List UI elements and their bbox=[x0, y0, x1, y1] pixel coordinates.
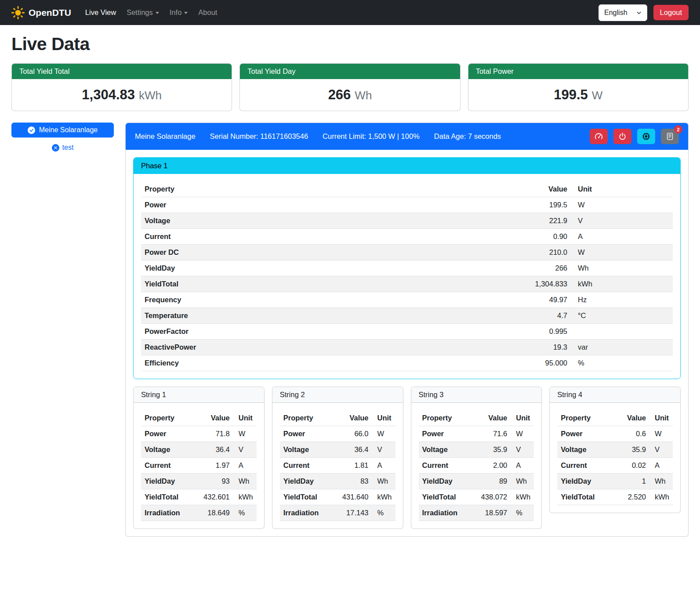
property-name: ReactivePower bbox=[141, 340, 399, 355]
property-unit: % bbox=[571, 355, 673, 371]
table-row: Power 0.6 W bbox=[557, 426, 673, 442]
column-header-property: Property bbox=[419, 410, 471, 426]
column-header-property: Property bbox=[280, 410, 332, 426]
table-row: YieldDay 89 Wh bbox=[419, 474, 534, 489]
sidebar-item-meine-solaranlage[interactable]: Meine Solaranlage bbox=[11, 123, 114, 137]
property-value: 0.995 bbox=[399, 324, 571, 340]
inverter-actions: 2 bbox=[590, 129, 679, 144]
string-table: Property Value Unit Power bbox=[419, 410, 534, 521]
property-name: Voltage bbox=[141, 213, 399, 229]
journal-icon bbox=[666, 132, 674, 141]
property-value: 2.520 bbox=[613, 489, 649, 505]
string-table: Property Value Unit Power bbox=[141, 410, 257, 521]
phase-card-title: Phase 1 bbox=[134, 158, 680, 174]
column-header-value: Value bbox=[193, 410, 233, 426]
nav-item-about[interactable]: About bbox=[193, 5, 222, 20]
property-unit: % bbox=[372, 505, 395, 521]
property-name: Current bbox=[419, 458, 471, 474]
property-name: YieldTotal bbox=[557, 489, 613, 505]
property-unit: A bbox=[233, 458, 257, 474]
string-card-title: String 2 bbox=[272, 387, 403, 403]
property-value: 1,304.833 bbox=[399, 276, 571, 292]
column-header-unit: Unit bbox=[233, 410, 257, 426]
event-log-button[interactable]: 2 bbox=[661, 129, 679, 144]
table-row: YieldTotal 432.601 kWh bbox=[141, 489, 257, 505]
property-value: 93 bbox=[193, 474, 233, 489]
table-row: Efficiency 95.000 % bbox=[141, 355, 673, 371]
nav-item-label: About bbox=[198, 8, 217, 17]
property-value: 17.143 bbox=[331, 505, 372, 521]
nav-item-settings[interactable]: Settings bbox=[121, 5, 164, 20]
property-unit: kWh bbox=[233, 489, 257, 505]
property-value: 36.4 bbox=[331, 442, 372, 458]
property-value: 19.3 bbox=[399, 340, 571, 355]
event-count-badge: 2 bbox=[674, 125, 682, 134]
property-unit: V bbox=[233, 442, 257, 458]
table-row: Current 0.90 A bbox=[141, 229, 673, 245]
property-unit: kWh bbox=[372, 489, 395, 505]
table-row: Power 199.5 W bbox=[141, 197, 673, 213]
property-unit: % bbox=[233, 505, 257, 521]
table-row: Irradiation 17.143 % bbox=[280, 505, 395, 521]
summary-card-title: Total Yield Day bbox=[240, 64, 460, 79]
property-name: Power bbox=[280, 426, 332, 442]
property-value: 35.9 bbox=[470, 442, 511, 458]
property-unit: A bbox=[511, 458, 534, 474]
property-unit bbox=[571, 324, 673, 340]
x-circle-icon bbox=[52, 144, 59, 152]
inverter-card-header: Meine Solaranlage Serial Number: 1161716… bbox=[126, 123, 688, 150]
property-unit: Wh bbox=[511, 474, 534, 489]
summary-unit: kWh bbox=[139, 89, 162, 102]
summary-cards: Total Yield Total 1,304.83kWh Total Yiel… bbox=[0, 63, 700, 111]
property-value: 1 bbox=[613, 474, 649, 489]
table-row: Irradiation 18.597 % bbox=[419, 505, 534, 521]
inverter-limit: Current Limit: 1,500 W | 100% bbox=[323, 132, 420, 141]
summary-unit: W bbox=[592, 89, 603, 102]
power-toggle-button[interactable] bbox=[613, 129, 631, 144]
property-name: Irradiation bbox=[141, 505, 193, 521]
property-unit: °C bbox=[571, 308, 673, 324]
nav-item-live-view[interactable]: Live View bbox=[80, 5, 121, 20]
nav-links: Live View Settings Info About bbox=[80, 5, 223, 20]
property-name: Efficiency bbox=[141, 355, 399, 371]
property-unit: Hz bbox=[571, 292, 673, 308]
sun-icon bbox=[11, 6, 25, 19]
table-header-row: Property Value Unit bbox=[280, 410, 395, 426]
property-value: 2.00 bbox=[470, 458, 511, 474]
brand[interactable]: OpenDTU bbox=[11, 6, 71, 19]
page-title: Live Data bbox=[11, 34, 689, 54]
inverter-sidebar: Meine Solaranlage test bbox=[11, 123, 114, 152]
summary-card-total-power: Total Power 199.5W bbox=[468, 63, 689, 111]
property-name: YieldDay bbox=[141, 261, 399, 276]
column-header-value: Value bbox=[470, 410, 511, 426]
property-value: 221.9 bbox=[399, 213, 571, 229]
chevron-down-icon bbox=[156, 12, 159, 14]
power-icon bbox=[618, 132, 627, 141]
property-unit: Wh bbox=[571, 261, 673, 276]
property-name: YieldDay bbox=[280, 474, 332, 489]
property-value: 210.0 bbox=[399, 245, 571, 261]
sidebar-item-test[interactable]: test bbox=[11, 144, 114, 152]
property-value: 266 bbox=[399, 261, 571, 276]
top-navbar: OpenDTU Live View Settings Info About En… bbox=[0, 0, 700, 25]
string-table: Property Value Unit Power bbox=[557, 410, 673, 505]
property-value: 1.81 bbox=[331, 458, 372, 474]
property-unit: kWh bbox=[511, 489, 534, 505]
language-select[interactable]: English bbox=[598, 4, 647, 21]
property-unit: % bbox=[511, 505, 534, 521]
limit-settings-button[interactable] bbox=[590, 129, 608, 144]
property-name: Current bbox=[141, 458, 193, 474]
property-value: 35.9 bbox=[613, 442, 649, 458]
property-value: 18.649 bbox=[193, 505, 233, 521]
inverter-serial: Serial Number: 116171603546 bbox=[210, 132, 308, 141]
logout-button[interactable]: Logout bbox=[653, 5, 689, 20]
property-value: 95.000 bbox=[399, 355, 571, 371]
table-row: Current 2.00 A bbox=[419, 458, 534, 474]
property-value: 89 bbox=[470, 474, 511, 489]
property-value: 0.90 bbox=[399, 229, 571, 245]
nav-item-info[interactable]: Info bbox=[164, 5, 193, 20]
device-info-button[interactable] bbox=[637, 129, 655, 144]
string-card-1: String 1 Property Value Unit bbox=[133, 387, 265, 529]
property-name: Current bbox=[141, 229, 399, 245]
summary-card-total-yield-day: Total Yield Day 266Wh bbox=[239, 63, 460, 111]
